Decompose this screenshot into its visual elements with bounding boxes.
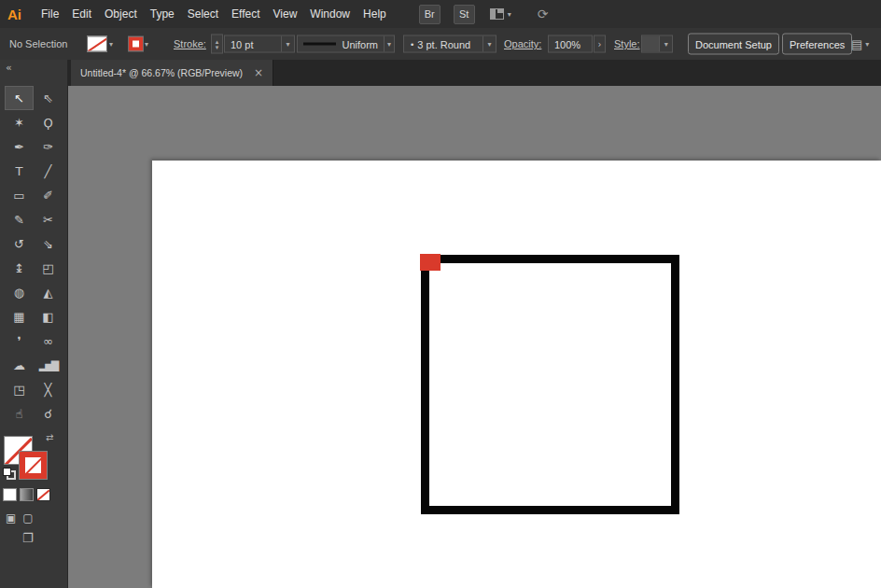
close-tab-icon[interactable]: × [254, 67, 263, 78]
type-tool[interactable]: T [5, 159, 34, 183]
perspective-grid-tool[interactable]: ◭ [34, 280, 63, 304]
menu-file[interactable]: File [35, 0, 65, 28]
sync-settings-icon[interactable]: ⟳ [538, 7, 549, 21]
workspace-switcher-button[interactable]: ▾ [490, 8, 511, 20]
eyedropper-tool[interactable]: ❜ [5, 329, 34, 353]
free-transform-tool[interactable]: ◰ [34, 256, 63, 280]
chevron-down-icon: ▾ [664, 40, 668, 49]
menu-window[interactable]: Window [303, 0, 357, 28]
illustrator-app: Ai File Edit Object Type Select Effect V… [0, 0, 881, 588]
control-panel-menu-button[interactable]: ▤ ▾ [851, 37, 869, 51]
chevron-down-icon: ▾ [865, 40, 869, 49]
document-tab-title: Untitled-4* @ 66.67% (RGB/Preview) [80, 67, 243, 78]
lasso-tool[interactable]: Ϙ [34, 110, 63, 134]
menu-help[interactable]: Help [357, 0, 393, 28]
gradient-tool[interactable]: ◧ [34, 304, 63, 329]
shape-builder-tool[interactable]: ◍ [5, 280, 34, 304]
menu-object[interactable]: Object [98, 0, 144, 28]
symbol-sprayer-tool[interactable]: ☁ [5, 353, 34, 377]
rectangle-corner-marker[interactable] [420, 254, 440, 271]
pen-tool[interactable]: ✒ [5, 134, 34, 159]
magic-wand-tool[interactable]: ✶ [5, 110, 34, 134]
curvature-tool[interactable]: ✑ [34, 134, 63, 159]
collapse-panel-button[interactable]: « [6, 62, 12, 74]
rectangle-tool[interactable]: ▭ [5, 183, 34, 207]
brush-name: 3 pt. Round [414, 38, 482, 49]
tools-grid: ↖ ⇖ ✶ Ϙ ✒ ✑ T ╱ ▭ ✐ ✎ ✂ ↺ ⇘ ↨ ◰ ◍ ◭ ▦ ◧ … [5, 86, 63, 426]
tools-panel: « ↖ ⇖ ✶ Ϙ ✒ ✑ T ╱ ▭ ✐ ✎ ✂ ↺ ⇘ ↨ ◰ ◍ ◭ ▦ … [0, 60, 68, 588]
swap-fill-stroke-icon[interactable]: ⇄ [46, 432, 53, 442]
menu-bar: Ai File Edit Object Type Select Effect V… [0, 0, 881, 29]
menu-effect[interactable]: Effect [225, 0, 266, 28]
direct-selection-tool[interactable]: ⇖ [34, 86, 63, 110]
color-button[interactable] [3, 488, 17, 501]
column-graph-tool[interactable]: ▂▅▇ [34, 353, 63, 377]
document-tab[interactable]: Untitled-4* @ 66.67% (RGB/Preview) × [71, 60, 273, 86]
document-setup-button[interactable]: Document Setup [688, 34, 779, 55]
fill-none-swatch-icon [87, 36, 107, 52]
draw-normal-icon[interactable]: ▣ [6, 511, 16, 525]
chevron-down-icon: ▾ [286, 40, 289, 49]
stroke-color-dropdown[interactable]: ▾ [129, 37, 148, 51]
stroke-weight-value: 10 pt [225, 38, 281, 49]
stroke-panel-link[interactable]: Stroke: [174, 38, 206, 49]
chevron-down-icon: ▾ [145, 40, 148, 49]
hand-tool[interactable]: ☝ [5, 401, 34, 426]
rotate-tool[interactable]: ↺ [5, 231, 34, 256]
menu-select[interactable]: Select [181, 0, 225, 28]
draw-behind-icon[interactable]: ▢ [22, 511, 33, 525]
chevron-down-icon: ▾ [109, 40, 113, 49]
artboard[interactable] [152, 161, 881, 588]
drawing-mode-buttons: ▣ ▢ [6, 511, 34, 525]
scissors-tool[interactable]: ✂ [34, 207, 63, 231]
zoom-tool[interactable]: ☌ [34, 401, 63, 426]
shaper-tool[interactable]: ✎ [5, 207, 34, 231]
line-segment-tool[interactable]: ╱ [34, 159, 63, 183]
opacity-select[interactable]: 100% [548, 35, 593, 53]
graphic-style-select[interactable]: ▾ [641, 35, 673, 53]
style-swatch-icon [642, 36, 659, 52]
bridge-button[interactable]: Br [419, 5, 440, 24]
fill-color-dropdown[interactable]: ▾ [87, 36, 113, 52]
width-profile-preview-icon [303, 43, 336, 46]
gradient-button[interactable] [20, 488, 34, 501]
scale-tool[interactable]: ⇘ [34, 231, 63, 256]
stock-button[interactable]: St [454, 5, 475, 24]
selection-tool[interactable]: ↖ [5, 86, 34, 110]
menu-type[interactable]: Type [144, 0, 181, 28]
stroke-weight-stepper[interactable]: ▴ ▾ [211, 35, 223, 54]
illustrator-logo: Ai [7, 7, 21, 22]
workspace-grid-icon [490, 8, 504, 20]
opacity-value: 100% [549, 38, 586, 49]
none-button[interactable] [36, 488, 50, 501]
width-profile-value: Uniform [336, 38, 384, 49]
document-tab-bar: Untitled-4* @ 66.67% (RGB/Preview) × [68, 60, 881, 86]
opacity-panel-link[interactable]: Opacity: [504, 38, 541, 49]
stepper-down-icon[interactable]: ▾ [216, 44, 219, 49]
chevron-down-icon: ▾ [387, 40, 391, 49]
chevron-down-icon: ▾ [487, 40, 491, 49]
canvas-area[interactable] [68, 86, 881, 588]
blend-tool[interactable]: ∞ [34, 329, 63, 353]
variable-width-profile-select[interactable]: Uniform ▾ [297, 35, 395, 53]
stroke-weight-select[interactable]: 10 pt ▾ [224, 35, 295, 53]
mesh-tool[interactable]: ▦ [5, 304, 34, 329]
slice-tool[interactable]: ╳ [34, 377, 63, 401]
paint-style-buttons [3, 488, 50, 501]
change-screen-mode-icon[interactable]: ❐ [22, 531, 34, 545]
brush-definition-select[interactable]: • 3 pt. Round ▾ [403, 35, 496, 53]
opacity-flyout-button[interactable]: › [594, 35, 606, 53]
control-bar: No Selection ▾ ▾ Stroke: ▴ ▾ 10 pt ▾ Uni… [0, 28, 881, 61]
preferences-button[interactable]: Preferences [782, 34, 852, 55]
menu-view[interactable]: View [267, 0, 304, 28]
paintbrush-tool[interactable]: ✐ [34, 183, 63, 207]
selection-status: No Selection [9, 38, 67, 49]
stroke-color-swatch-icon [129, 37, 143, 51]
stroke-color-indicator[interactable] [20, 452, 47, 479]
style-panel-link[interactable]: Style: [614, 38, 640, 49]
drawn-rectangle-shape[interactable] [421, 255, 679, 514]
menu-edit[interactable]: Edit [65, 0, 98, 28]
artboard-tool[interactable]: ◳ [5, 377, 34, 401]
width-tool[interactable]: ↨ [5, 256, 34, 280]
default-fill-stroke-icon[interactable] [3, 468, 16, 480]
